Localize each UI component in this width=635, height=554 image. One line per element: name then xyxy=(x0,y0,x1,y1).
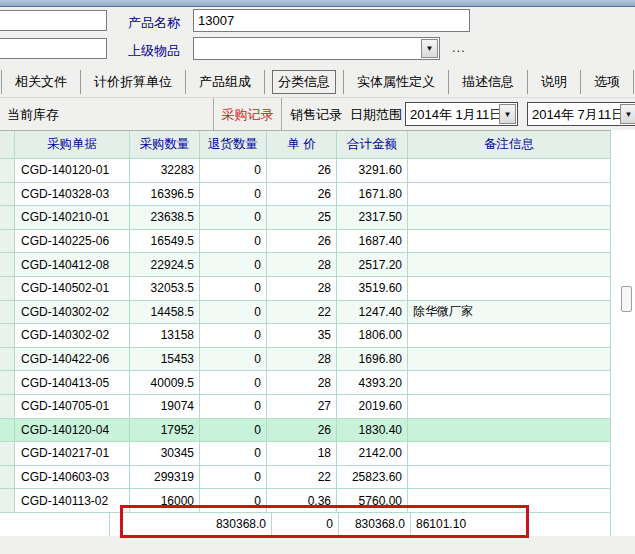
product-spec-input[interactable] xyxy=(0,38,107,59)
purchase-qty-cell: 15453 xyxy=(130,348,200,372)
row-selector-cell[interactable] xyxy=(0,277,15,301)
tab-classification-info[interactable]: 分类信息 xyxy=(272,70,336,94)
product-info-window: 产品名称 上级物品 ▼ ... 相关文件 计价折算单位 产品组成 分类信息 实体… xyxy=(0,0,635,554)
amount-cell: 2517.20 xyxy=(337,253,408,277)
purchase-qty-cell: 23638.5 xyxy=(130,206,200,230)
row-selector-cell[interactable] xyxy=(0,489,15,513)
tab-pricing-units[interactable]: 计价折算单位 xyxy=(82,70,184,94)
column-header-purchase-qty[interactable]: 采购数量 xyxy=(130,131,200,159)
table-row[interactable]: CGD-140217-01 30345 0 18 2142.00 xyxy=(0,442,611,466)
browse-button[interactable]: ... xyxy=(452,40,466,55)
column-header-remarks[interactable]: 备注信息 xyxy=(408,131,611,159)
purchase-qty-cell: 40009.5 xyxy=(130,371,200,395)
tab-related-files[interactable]: 相关文件 xyxy=(3,70,79,94)
table-row[interactable]: CGD-140302-02 13158 0 35 1806.00 xyxy=(0,324,611,348)
totals-net-qty: 830368.0 xyxy=(339,513,411,537)
status-strip xyxy=(0,536,635,554)
tab-divider xyxy=(448,70,449,94)
document-cell: CGD-140412-08 xyxy=(15,253,130,277)
table-row[interactable]: CGD-140502-01 32053.5 0 28 3519.60 xyxy=(0,277,611,301)
table-row[interactable]: CGD-140302-02 14458.5 0 22 1247.40 除华微厂家 xyxy=(0,301,611,325)
amount-cell: 1830.40 xyxy=(337,419,408,443)
document-cell: CGD-140210-01 xyxy=(15,206,130,230)
amount-cell: 1696.80 xyxy=(337,348,408,372)
return-qty-cell: 0 xyxy=(200,301,267,325)
return-qty-cell: 0 xyxy=(200,489,267,513)
document-cell: CGD-140705-01 xyxy=(15,395,130,419)
sales-records-tab[interactable]: 销售记录 xyxy=(290,106,342,124)
records-toolbar: 当前库存 采购记录 销售记录 日期范围 2014年 1月11日 ▼ 2014年 … xyxy=(0,97,635,130)
totals-purchase-qty: 830368.0 xyxy=(110,513,272,537)
column-header-return-qty[interactable]: 退货数量 xyxy=(200,131,267,159)
row-selector-cell[interactable] xyxy=(0,206,15,230)
table-row[interactable]: CGD-140705-01 19074 0 27 2019.60 xyxy=(0,395,611,419)
amount-cell: 2019.60 xyxy=(337,395,408,419)
remark-cell xyxy=(408,206,611,230)
purchase-records-tab[interactable]: 采购记录 xyxy=(213,98,282,131)
return-qty-cell: 0 xyxy=(200,183,267,207)
chevron-down-icon[interactable]: ▼ xyxy=(620,104,635,124)
table-row[interactable]: CGD-140120-01 32283 0 26 3291.60 xyxy=(0,159,611,183)
row-selector-cell[interactable] xyxy=(0,419,15,443)
tab-notes[interactable]: 说明 xyxy=(529,70,579,94)
column-header-total-amount[interactable]: 合计金额 xyxy=(337,131,408,159)
product-code-input[interactable] xyxy=(0,10,107,31)
tab-entity-attributes[interactable]: 实体属性定义 xyxy=(345,70,447,94)
parent-item-combobox[interactable]: ▼ xyxy=(193,37,440,60)
date-to-combobox[interactable]: 2014年 7月11日 ▼ xyxy=(527,102,635,126)
date-range-label: 日期范围 xyxy=(350,106,402,124)
purchase-qty-cell: 299319 xyxy=(130,466,200,490)
tab-product-composition[interactable]: 产品组成 xyxy=(187,70,263,94)
table-header-row: 采购单据 采购数量 退货数量 单 价 合计金额 备注信息 xyxy=(0,131,611,159)
column-header-document[interactable]: 采购单据 xyxy=(15,131,130,159)
row-selector-cell[interactable] xyxy=(0,253,15,277)
table-row[interactable]: CGD-140422-06 15453 0 28 1696.80 xyxy=(0,348,611,372)
table-body: CGD-140120-01 32283 0 26 3291.60 CGD-140… xyxy=(0,159,611,513)
return-qty-cell: 0 xyxy=(200,395,267,419)
row-selector-cell[interactable] xyxy=(0,442,15,466)
table-row[interactable]: CGD-140328-03 16396.5 0 26 1671.80 xyxy=(0,183,611,207)
document-cell: CGD-140113-02 xyxy=(15,489,130,513)
row-selector-header xyxy=(0,131,15,159)
row-selector-cell[interactable] xyxy=(0,466,15,490)
row-selector-cell[interactable] xyxy=(0,348,15,372)
product-name-label: 产品名称 xyxy=(128,14,180,32)
row-selector-cell[interactable] xyxy=(0,324,15,348)
row-selector-cell[interactable] xyxy=(0,159,15,183)
chevron-down-icon[interactable]: ▼ xyxy=(421,39,438,58)
chevron-down-icon[interactable]: ▼ xyxy=(499,104,516,124)
return-qty-cell: 0 xyxy=(200,442,267,466)
unit-price-cell: 26 xyxy=(267,419,337,443)
purchase-qty-cell: 22924.5 xyxy=(130,253,200,277)
row-selector-cell[interactable] xyxy=(0,395,15,419)
table-row[interactable]: CGD-140210-01 23638.5 0 25 2317.50 xyxy=(0,206,611,230)
row-selector-cell[interactable] xyxy=(0,183,15,207)
tab-options[interactable]: 选项 xyxy=(582,70,632,94)
unit-price-cell: 22 xyxy=(267,466,337,490)
table-row[interactable]: CGD-140225-06 16549.5 0 26 1687.40 xyxy=(0,230,611,254)
table-row[interactable]: CGD-140412-08 22924.5 0 28 2517.20 xyxy=(0,253,611,277)
table-row[interactable]: CGD-140603-03 299319 0 22 25823.60 xyxy=(0,466,611,490)
document-cell: CGD-140225-06 xyxy=(15,230,130,254)
purchase-qty-cell: 17952 xyxy=(130,419,200,443)
date-from-combobox[interactable]: 2014年 1月11日 ▼ xyxy=(405,102,518,126)
vertical-scrollbar-thumb[interactable] xyxy=(621,286,632,312)
table-row[interactable]: CGD-140120-04 17952 0 26 1830.40 xyxy=(0,419,611,443)
remark-cell xyxy=(408,324,611,348)
row-selector-cell[interactable] xyxy=(0,230,15,254)
row-selector-cell[interactable] xyxy=(0,301,15,325)
document-cell: CGD-140502-01 xyxy=(15,277,130,301)
purchase-qty-cell: 19074 xyxy=(130,395,200,419)
remark-cell xyxy=(408,489,611,513)
document-cell: CGD-140422-06 xyxy=(15,348,130,372)
current-stock-label[interactable]: 当前库存 xyxy=(7,106,59,124)
table-row[interactable]: CGD-140113-02 16000 0 0.36 5760.00 xyxy=(0,489,611,513)
row-selector-cell[interactable] xyxy=(0,371,15,395)
purchase-qty-cell: 32053.5 xyxy=(130,277,200,301)
table-row[interactable]: CGD-140413-05 40009.5 0 28 4393.20 xyxy=(0,371,611,395)
tab-description-info[interactable]: 描述信息 xyxy=(450,70,526,94)
column-header-unit-price[interactable]: 单 价 xyxy=(267,131,337,159)
amount-cell: 4393.20 xyxy=(337,371,408,395)
remark-cell xyxy=(408,442,611,466)
product-name-input[interactable] xyxy=(193,9,470,32)
